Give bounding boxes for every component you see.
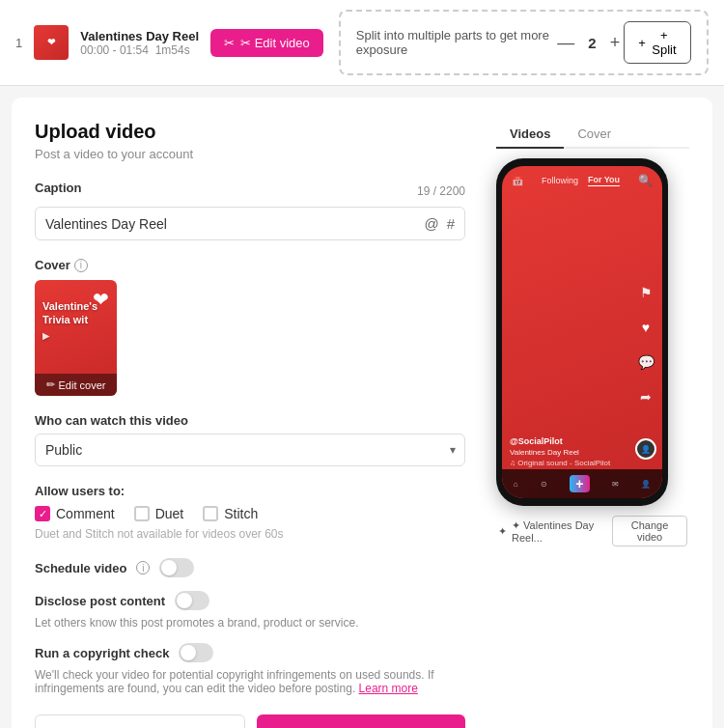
at-icon[interactable]: @ <box>424 215 438 232</box>
split-increase-button[interactable]: + <box>606 34 625 51</box>
schedule-info-icon[interactable]: i <box>136 561 150 574</box>
following-tab: Following <box>542 176 578 185</box>
schedule-toggle-knob <box>161 560 177 575</box>
who-can-watch-label: Who can watch this video <box>35 413 465 428</box>
right-panel: Videos Cover 📅 Following For You 🔍 ⚑ <box>496 121 689 728</box>
video-file-icon: ✦ <box>498 525 507 538</box>
main-content: Upload video Post a video to your accoun… <box>12 98 712 728</box>
top-bar: 1 ❤ Valentines Day Reel 00:00 - 01:54 1m… <box>0 0 724 86</box>
phone-bottom-nav: ⌂ ⊙ + ✉ 👤 <box>502 469 662 498</box>
tab-videos[interactable]: Videos <box>496 121 564 149</box>
video-thumb-inner: ❤ <box>34 25 69 60</box>
split-count-value: 2 <box>588 35 596 51</box>
cover-image[interactable]: ❤ Valentine's Trivia wit ▶ ✏ Edit cover <box>35 280 117 396</box>
change-video-button[interactable]: Change video <box>612 516 687 546</box>
nav-profile: 👤 <box>641 480 651 489</box>
home-icon: ⌂ <box>514 480 518 489</box>
phone-sound: ♫ Original sound - SocialPilot <box>510 459 610 467</box>
phone-heart-icon: ♥ <box>635 317 656 338</box>
phone-flag-icon: ⚑ <box>635 282 656 303</box>
copyright-label: Run a copyright check <box>35 646 169 660</box>
char-count: 19 / 2200 <box>417 184 465 198</box>
phone-account-name: @SocialPilot <box>510 436 610 446</box>
copyright-toggle-knob <box>181 645 196 660</box>
duet-option[interactable]: Duet <box>134 506 184 521</box>
action-row: Discard Post <box>35 714 465 728</box>
post-button[interactable]: Post <box>257 714 465 728</box>
phone-calendar-icon: 📅 <box>512 176 523 186</box>
phone-video-title: Valentines Day Reel <box>510 448 610 457</box>
edit-video-button[interactable]: ✂ ✂ Edit video <box>210 29 323 57</box>
disclose-toggle-knob <box>177 593 192 608</box>
pencil-icon: ✏ <box>46 378 55 391</box>
stitch-label: Stitch <box>224 506 258 521</box>
split-section: Split into multiple parts to get more ex… <box>339 10 709 75</box>
comment-option[interactable]: ✓ Comment <box>35 506 115 521</box>
thumb-text: ❤ <box>43 33 59 52</box>
check-icon: ✓ <box>39 508 47 520</box>
duet-label: Duet <box>155 506 184 521</box>
phone-screen: 📅 Following For You 🔍 ⚑ ♥ 💬 ➦ 👤 <box>502 166 662 498</box>
caption-input-wrapper: @ # <box>35 207 465 240</box>
visibility-select-wrapper: Public Friends Private ▾ <box>35 434 465 466</box>
video-time: 00:00 - 01:54 1m54s <box>80 43 199 57</box>
disclose-toggle[interactable] <box>175 591 209 610</box>
cover-image-text: Valentine's Trivia wit ▶ <box>42 299 97 342</box>
learn-more-link[interactable]: Learn more <box>359 682 418 695</box>
split-decrease-button[interactable]: — <box>553 34 578 51</box>
split-counter: — 2 + <box>553 34 624 51</box>
nav-add: + <box>570 475 589 492</box>
page-subtitle: Post a video to your account <box>35 147 465 161</box>
video-info: Valentines Day Reel 00:00 - 01:54 1m54s <box>80 29 199 57</box>
allow-label: Allow users to: <box>35 484 465 498</box>
disclose-row: Disclose post content Let others know th… <box>35 591 465 630</box>
schedule-row: Schedule video i <box>35 558 465 577</box>
comment-checkbox[interactable]: ✓ <box>35 506 50 521</box>
page-title: Upload video <box>35 121 465 143</box>
phone-search-icon: 🔍 <box>638 174 653 187</box>
for-you-tab: For You <box>588 175 620 186</box>
disclose-toggle-row: Disclose post content <box>35 591 465 610</box>
copyright-toggle[interactable] <box>179 643 213 662</box>
caption-label: Caption <box>35 181 81 195</box>
phone-share-icon: ➦ <box>635 386 656 407</box>
disclose-label: Disclose post content <box>35 594 165 608</box>
phone-frame: 📅 Following For You 🔍 ⚑ ♥ 💬 ➦ 👤 <box>496 158 668 506</box>
plus-icon: + <box>638 36 646 50</box>
nav-inbox: ✉ <box>612 480 619 489</box>
stitch-option[interactable]: Stitch <box>203 506 258 521</box>
copyright-toggle-row: Run a copyright check <box>35 643 465 662</box>
copyright-row: Run a copyright check We'll check your v… <box>35 643 465 695</box>
avatar-icon: 👤 <box>641 445 651 454</box>
stitch-checkbox[interactable] <box>203 506 218 521</box>
discover-icon: ⊙ <box>541 480 547 489</box>
video-title-label: Valentines Day Reel <box>80 29 199 43</box>
visibility-select[interactable]: Public Friends Private <box>35 434 465 466</box>
edit-cover-label: Edit cover <box>59 379 106 391</box>
add-icon: + <box>570 475 589 492</box>
allow-options: ✓ Comment Duet Stitch <box>35 506 465 521</box>
nav-home: ⌂ <box>514 480 518 489</box>
top-bar-left: 1 ❤ Valentines Day Reel 00:00 - 01:54 1m… <box>15 25 323 60</box>
phone-avatar: 👤 <box>635 438 656 460</box>
tab-cover[interactable]: Cover <box>564 121 625 149</box>
profile-icon: 👤 <box>641 480 651 489</box>
left-panel: Upload video Post a video to your accoun… <box>35 121 465 728</box>
comment-label: Comment <box>56 506 115 521</box>
cover-label-row: Cover i <box>35 258 465 272</box>
edit-cover-overlay[interactable]: ✏ Edit cover <box>35 374 117 396</box>
phone-comment-icon: 💬 <box>635 351 656 373</box>
cover-info-icon[interactable]: i <box>74 259 88 272</box>
duet-checkbox[interactable] <box>134 506 150 521</box>
split-button[interactable]: + + Split <box>624 21 691 64</box>
schedule-toggle[interactable] <box>159 558 194 577</box>
phone-top-bar: 📅 Following For You 🔍 <box>502 166 662 191</box>
split-prompt-text: Split into multiple parts to get more ex… <box>356 28 554 57</box>
caption-input[interactable] <box>45 216 424 232</box>
schedule-label: Schedule video <box>35 561 126 575</box>
hash-icon[interactable]: # <box>447 215 455 232</box>
video-change-row: ✦ ✦ Valentines Day Reel... Change video <box>496 516 689 546</box>
allow-warning: Duet and Stitch not available for videos… <box>35 527 465 541</box>
nav-discover: ⊙ <box>541 480 547 489</box>
discard-button[interactable]: Discard <box>35 714 245 728</box>
